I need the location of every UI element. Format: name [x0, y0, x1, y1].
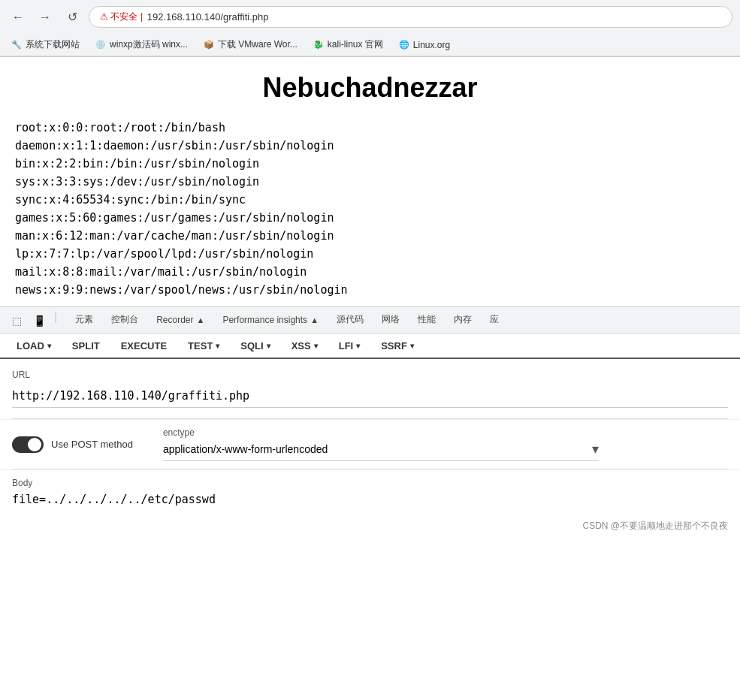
enctype-label: enctype: [163, 427, 599, 438]
devtools-tab-内存[interactable]: 内存: [445, 307, 481, 333]
passwd-line: mail:x:8:8:mail:/var/mail:/usr/sbin/nolo…: [15, 263, 725, 281]
devtools-tab-应[interactable]: 应: [481, 307, 508, 333]
toggle-knob: [28, 438, 41, 451]
dropdown-arrow-icon: ▾: [410, 342, 414, 350]
bookmark-icon: 🔧: [11, 39, 23, 51]
devtools-tab-recorder[interactable]: Recorder ▲: [147, 309, 213, 333]
pentest-btn-sqli[interactable]: SQLI ▾: [230, 334, 280, 358]
device-icon[interactable]: 📱: [29, 310, 50, 331]
forward-button[interactable]: →: [35, 7, 56, 28]
dropdown-arrow-icon: ▾: [267, 342, 270, 350]
address-bar[interactable]: ⚠ 不安全 | 192.168.110.140/graffiti.php: [89, 6, 732, 28]
page-title: Nebuchadnezzar: [15, 72, 725, 104]
address-text: 192.168.110.140/graffiti.php: [147, 11, 269, 23]
enctype-value: application/x-www-form-urlencoded: [163, 443, 592, 455]
enctype-select-row[interactable]: application/x-www-form-urlencoded ▾: [163, 441, 599, 461]
bookmark-item[interactable]: 🌐Linux.org: [395, 38, 453, 53]
enctype-dropdown-icon: ▾: [592, 441, 599, 457]
passwd-line: bin:x:2:2:bin:/bin:/usr/sbin/nologin: [15, 155, 725, 173]
passwd-line: sync:x:4:65534:sync:/bin:/bin/sync: [15, 191, 725, 209]
enctype-group: enctype application/x-www-form-urlencode…: [163, 427, 599, 461]
devtools-tab-源代码[interactable]: 源代码: [328, 307, 373, 333]
bookmark-label: winxp激活码 winx...: [110, 38, 188, 51]
passwd-line: lp:x:7:7:lp:/var/spool/lpd:/usr/sbin/nol…: [15, 245, 725, 263]
passwd-line: games:x:5:60:games:/usr/games:/usr/sbin/…: [15, 209, 725, 227]
security-warning: ⚠ 不安全 |: [100, 11, 143, 23]
reload-button[interactable]: ↺: [62, 7, 83, 28]
devtools: ⬚ 📱 | 元素控制台Recorder ▲Performance insight…: [0, 306, 740, 536]
passwd-line: daemon:x:1:1:daemon:/usr/sbin:/usr/sbin/…: [15, 137, 725, 155]
devtools-tab-元素[interactable]: 元素: [66, 307, 102, 333]
pentest-btn-execute[interactable]: EXECUTE: [110, 334, 177, 358]
passwd-line: man:x:6:12:man:/var/cache/man:/usr/sbin/…: [15, 227, 725, 245]
bookmark-icon: 📦: [203, 39, 215, 51]
bookmark-item[interactable]: 🐉kali-linux 官网: [310, 37, 386, 53]
post-toggle[interactable]: [12, 436, 44, 453]
body-label: Body: [12, 478, 728, 488]
tab-icon: ▲: [197, 315, 205, 324]
url-label: URL: [12, 370, 728, 380]
bookmark-item[interactable]: 📦下载 VMware Wor...: [200, 37, 301, 53]
devtools-tab-性能[interactable]: 性能: [409, 307, 445, 333]
bookmarks-bar: 🔧系统下载网站💿winxp激活码 winx...📦下载 VMware Wor..…: [0, 34, 740, 56]
toggle-label: Use POST method: [51, 439, 133, 450]
devtools-tab-控制台[interactable]: 控制台: [102, 307, 147, 333]
pentest-btn-load[interactable]: LOAD ▾: [6, 334, 62, 358]
dropdown-arrow-icon: ▾: [47, 342, 51, 350]
devtools-tabs: ⬚ 📱 | 元素控制台Recorder ▲Performance insight…: [0, 307, 740, 334]
inspect-icon[interactable]: ⬚: [6, 310, 27, 331]
url-input-row: [12, 385, 728, 408]
bookmark-label: kali-linux 官网: [328, 38, 383, 51]
browser-chrome: ← → ↺ ⚠ 不安全 | 192.168.110.140/graffiti.p…: [0, 0, 740, 57]
devtools-toolbar-icons: ⬚ 📱 |: [6, 310, 60, 331]
watermark: CSDN @不要温顺地走进那个不良夜: [0, 517, 740, 536]
passwd-line: sys:x:3:3:sys:/dev:/usr/sbin/nologin: [15, 173, 725, 191]
passwd-line: news:x:9:9:news:/var/spool/news:/usr/sbi…: [15, 281, 725, 299]
pentest-btn-lfi[interactable]: LFI ▾: [328, 334, 371, 358]
bookmark-item[interactable]: 🔧系统下载网站: [8, 37, 83, 53]
back-button[interactable]: ←: [8, 7, 29, 28]
devtools-tab-performance-insights[interactable]: Performance insights ▲: [213, 309, 328, 333]
devtools-tab-网络[interactable]: 网络: [373, 307, 409, 333]
tab-icon: ▲: [310, 315, 319, 324]
page-content: Nebuchadnezzar root:x:0:0:root:/root:/bi…: [0, 57, 740, 306]
passwd-content: root:x:0:0:root:/root:/bin/bashdaemon:x:…: [15, 119, 725, 299]
pentest-btn-xss[interactable]: XSS ▾: [281, 334, 328, 358]
body-input[interactable]: file=../../../../../etc/passwd: [12, 493, 728, 506]
pentest-btn-test[interactable]: TEST ▾: [177, 334, 230, 358]
settings-row: Use POST method enctype application/x-ww…: [0, 419, 740, 469]
url-form: URL: [0, 359, 740, 418]
bookmark-label: Linux.org: [413, 40, 450, 50]
pentest-btn-split[interactable]: SPLIT: [62, 334, 110, 358]
nav-bar: ← → ↺ ⚠ 不安全 | 192.168.110.140/graffiti.p…: [0, 0, 740, 34]
bookmark-item[interactable]: 💿winxp激活码 winx...: [92, 37, 191, 53]
bookmark-label: 下载 VMware Wor...: [218, 38, 298, 51]
bookmark-icon: 🐉: [313, 39, 325, 51]
dropdown-arrow-icon: ▾: [356, 342, 360, 350]
pentest-btn-ssrf[interactable]: SSRF ▾: [370, 334, 424, 358]
pentest-toolbar: LOAD ▾SPLITEXECUTETEST ▾SQLI ▾XSS ▾LFI ▾…: [0, 334, 740, 359]
toggle-group: Use POST method: [12, 436, 133, 453]
url-input[interactable]: [12, 385, 728, 408]
body-section: Body file=../../../../../etc/passwd: [0, 469, 740, 517]
bookmark-icon: 💿: [95, 39, 107, 51]
bookmark-icon: 🌐: [398, 39, 410, 51]
dropdown-arrow-icon: ▾: [314, 342, 318, 350]
dropdown-arrow-icon: ▾: [216, 342, 219, 350]
passwd-line: root:x:0:0:root:/root:/bin/bash: [15, 119, 725, 137]
bookmark-label: 系统下载网站: [26, 38, 80, 51]
